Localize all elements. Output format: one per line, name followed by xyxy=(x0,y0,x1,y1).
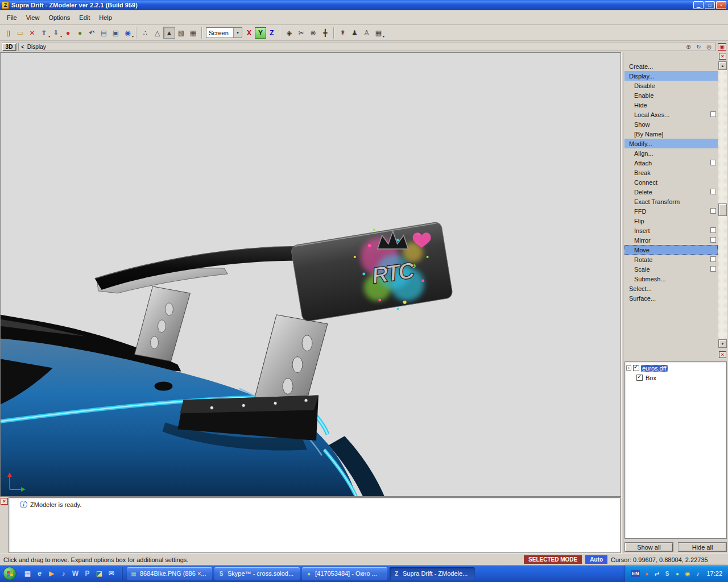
command-create[interactable]: Create... xyxy=(624,61,718,71)
command-option-checkbox[interactable] xyxy=(710,237,716,243)
zoom-icon[interactable]: ⊕ xyxy=(684,43,693,51)
close-button[interactable]: × xyxy=(716,1,726,9)
show-desktop-icon[interactable]: ▦ xyxy=(23,569,32,579)
command-hide[interactable]: Hide xyxy=(624,100,718,110)
command-option-checkbox[interactable] xyxy=(710,266,716,272)
delete-icon[interactable]: ✕ xyxy=(26,27,38,39)
updates-tray-icon[interactable]: ◉ xyxy=(684,571,691,577)
menu-view[interactable]: View xyxy=(22,13,44,23)
hide-all-button[interactable]: Hide all xyxy=(678,542,727,552)
commands-scrollbar[interactable] xyxy=(718,61,727,348)
maximize-view-icon[interactable]: ▣ xyxy=(718,43,726,51)
command-disable[interactable]: Disable xyxy=(624,81,718,90)
volume-tray-icon[interactable]: ♪ xyxy=(694,571,701,577)
taskbar-task-zmodeler[interactable]: Z Supra Drift - ZModele... xyxy=(390,567,475,580)
messenger-tray-icon[interactable]: ● xyxy=(673,571,681,577)
command-display[interactable]: Display... xyxy=(624,71,718,81)
menu-options[interactable]: Options xyxy=(44,13,75,23)
auto-badge[interactable]: Auto xyxy=(585,555,607,564)
import-icon[interactable]: ⇧ xyxy=(38,27,50,39)
minimize-button[interactable]: ▁ xyxy=(693,1,704,9)
taskbar-task-skype[interactable]: S Skype™ - cross.solod... xyxy=(214,567,300,580)
command-show[interactable]: Show xyxy=(624,119,718,129)
log-expander-icon[interactable] xyxy=(13,502,17,508)
anim-skeleton-icon[interactable]: ♟ xyxy=(349,27,361,39)
show-all-button[interactable]: Show all xyxy=(624,542,673,552)
anim-pose-icon[interactable]: ♙ xyxy=(361,27,373,39)
screen-mode-dropdown[interactable]: Screen xyxy=(206,27,242,38)
command-connect[interactable]: Connect xyxy=(624,177,718,187)
mode-objects-icon[interactable]: ▧ xyxy=(175,27,187,39)
materials-icon[interactable]: ● xyxy=(62,27,74,39)
tree-expander-icon[interactable] xyxy=(626,365,631,371)
command-local-axes[interactable]: Local Axes... xyxy=(624,110,718,119)
command-break[interactable]: Break xyxy=(624,168,718,177)
command-ffd[interactable]: FFD xyxy=(624,206,718,216)
command-flip[interactable]: Flip xyxy=(624,216,718,226)
viewport-canvas[interactable]: RTC xyxy=(0,52,621,497)
tree-visibility-checkbox[interactable] xyxy=(633,365,639,371)
start-button[interactable] xyxy=(0,565,19,582)
skype-tray-icon[interactable]: S xyxy=(663,571,671,577)
network-tray-icon[interactable]: ⇄ xyxy=(653,571,660,577)
close-log-panel-button[interactable] xyxy=(1,498,8,505)
render-icon[interactable]: ● xyxy=(74,27,86,39)
axis-x-button[interactable]: X xyxy=(243,27,255,39)
internet-explorer-icon[interactable]: e xyxy=(35,569,44,579)
command-option-checkbox[interactable] xyxy=(710,256,716,262)
title-bar[interactable]: Z Supra Drift - ZModeler ver 2.2.1 (Buil… xyxy=(0,0,728,10)
taskbar-task-okno[interactable]: ● [417053484] - Окно ... xyxy=(302,567,387,580)
anim-walk-icon[interactable]: ↟ xyxy=(337,27,349,39)
scroll-thumb[interactable] xyxy=(718,203,727,216)
orbit-icon[interactable]: ↻ xyxy=(694,43,703,51)
taskbar-task-image[interactable]: ▦ 8684Bike.PNG (886 ×... xyxy=(127,567,212,580)
explorer-icon[interactable]: ◪ xyxy=(94,569,104,579)
command-exact-transform[interactable]: Exact Transform xyxy=(624,197,718,206)
language-indicator[interactable]: EN xyxy=(631,570,640,577)
open-file-icon[interactable]: ▭ xyxy=(14,27,26,39)
export-icon[interactable]: ⇩ xyxy=(50,27,62,39)
tool-select-icon[interactable]: ◈ xyxy=(283,27,295,39)
mode-edges-icon[interactable]: △ xyxy=(151,27,163,39)
tool-weld-icon[interactable]: ⊗ xyxy=(307,27,319,39)
command-submesh[interactable]: Submesh... xyxy=(624,274,718,284)
command-insert[interactable]: Insert xyxy=(624,226,718,235)
command-mirror[interactable]: Mirror xyxy=(624,235,718,245)
command-option-checkbox[interactable] xyxy=(710,208,716,214)
axis-z-button[interactable]: Z xyxy=(266,27,278,39)
tree-visibility-checkbox[interactable] xyxy=(636,375,643,381)
command-modify[interactable]: Modify... xyxy=(624,139,718,148)
grid-options-icon[interactable]: ▦ xyxy=(373,27,384,39)
close-tree-panel-button[interactable] xyxy=(719,351,726,358)
menu-file[interactable]: File xyxy=(2,13,22,23)
view-mode-button[interactable]: 3D xyxy=(2,43,16,51)
command-by-name[interactable]: [By Name] xyxy=(624,129,718,139)
mail-icon[interactable]: ✉ xyxy=(106,569,116,579)
tool-cut-icon[interactable]: ✂ xyxy=(295,27,307,39)
command-option-checkbox[interactable] xyxy=(710,160,716,165)
maximize-button[interactable]: □ xyxy=(705,1,715,9)
scroll-down-icon[interactable] xyxy=(718,339,727,348)
command-option-checkbox[interactable] xyxy=(710,111,716,117)
new-file-icon[interactable]: ▯ xyxy=(2,27,14,39)
mode-uv-icon[interactable]: ▦ xyxy=(187,27,199,39)
axis-y-button[interactable]: Y xyxy=(255,27,266,39)
command-delete[interactable]: Delete xyxy=(624,187,718,197)
word-icon[interactable]: W xyxy=(71,569,80,579)
tool-measure-icon[interactable]: ╋ xyxy=(319,27,331,39)
media-player-icon[interactable]: ▶ xyxy=(47,569,56,579)
close-commands-panel-button[interactable] xyxy=(719,53,726,60)
command-option-checkbox[interactable] xyxy=(710,227,716,233)
antivirus-tray-icon[interactable]: ♦ xyxy=(643,571,650,577)
dropdown-arrow-icon[interactable] xyxy=(233,28,242,38)
mode-vertices-icon[interactable]: ∴ xyxy=(139,27,151,39)
command-scale[interactable]: Scale xyxy=(624,264,718,274)
command-align[interactable]: Align... xyxy=(624,148,718,158)
notes-icon[interactable]: ▤ xyxy=(98,27,110,39)
menu-help[interactable]: Help xyxy=(94,13,117,23)
command-rotate[interactable]: Rotate xyxy=(624,255,718,264)
command-attach[interactable]: Attach xyxy=(624,158,718,168)
taskbar-clock[interactable]: 17:22 xyxy=(706,570,722,577)
command-option-checkbox[interactable] xyxy=(710,189,716,194)
copy-icon[interactable]: ▣ xyxy=(110,27,122,39)
